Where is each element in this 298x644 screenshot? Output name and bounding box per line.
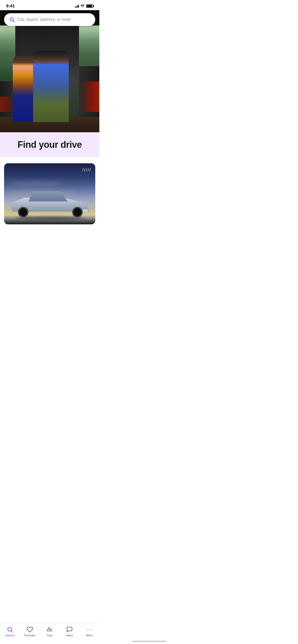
search-icon <box>9 17 15 22</box>
search-bar[interactable]: City, airport, address, or hotel <box>4 13 95 26</box>
search-placeholder: City, airport, address, or hotel <box>17 17 71 22</box>
search-bar-container[interactable]: City, airport, address, or hotel <box>4 13 95 26</box>
shadow <box>15 217 84 219</box>
svg-line-1 <box>13 21 14 22</box>
hero-section: City, airport, address, or hotel Find yo… <box>0 10 99 157</box>
slash-marks: ///// <box>82 167 91 173</box>
wheel-rear <box>18 207 29 217</box>
cybertruck-card[interactable]: ///// <box>4 163 95 224</box>
cybertruck-bg: ///// <box>4 163 95 224</box>
truck-cab <box>24 191 67 201</box>
battery-icon <box>86 4 93 8</box>
status-bar: 9:41 <box>0 0 99 10</box>
wifi-icon <box>80 5 85 8</box>
find-drive-banner: Find your drive <box>0 132 99 157</box>
hero-image <box>0 10 99 132</box>
person-male <box>33 51 69 122</box>
tail-light <box>80 81 99 112</box>
wheel-front <box>72 207 83 217</box>
cybertruck-section: ///// <box>0 157 99 228</box>
status-time: 9:41 <box>6 4 15 9</box>
signal-icon <box>75 5 79 8</box>
status-icons <box>75 4 93 8</box>
tail-light-left <box>0 97 14 112</box>
find-drive-title: Find your drive <box>5 139 94 150</box>
cybertruck-vehicle <box>10 185 89 218</box>
